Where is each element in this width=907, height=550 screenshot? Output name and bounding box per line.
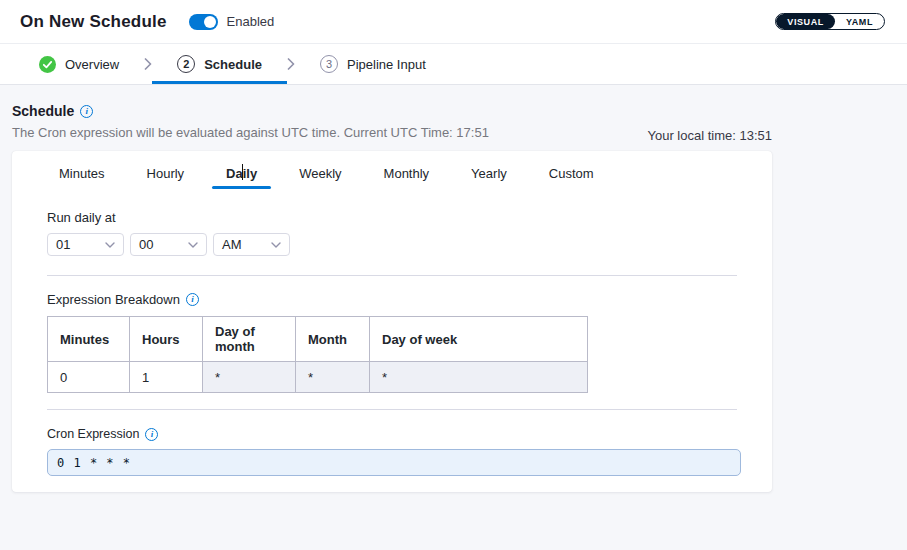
tab-daily[interactable]: Daily: [210, 166, 273, 189]
step-schedule-label: Schedule: [204, 57, 262, 72]
cell-hours-value: 1: [130, 362, 203, 393]
expression-breakdown-table: Minutes Hours Day of month Month Day of …: [47, 316, 588, 393]
column-header-day-of-month: Day of month: [203, 317, 296, 362]
time-select-row: 01 00 AM: [47, 233, 737, 256]
cron-expression-input[interactable]: [47, 449, 741, 476]
expression-breakdown-label: Expression Breakdown: [47, 292, 180, 307]
wizard-stepper: Overview 2 Schedule 3 Pipeline Input: [0, 44, 907, 85]
cell-minutes-value: 0: [48, 362, 130, 393]
local-time-text: Your local time: 13:51: [647, 128, 772, 143]
chevron-right-icon: [287, 58, 295, 70]
ampm-select-value: AM: [222, 237, 242, 252]
enabled-toggle-label: Enabled: [227, 14, 275, 29]
visual-yaml-toggle: VISUAL YAML: [775, 13, 885, 30]
step-schedule[interactable]: 2 Schedule: [152, 44, 287, 84]
column-header-hours: Hours: [130, 317, 203, 362]
info-icon[interactable]: i: [145, 428, 158, 441]
utc-time-subtitle: The Cron expression will be evaluated ag…: [12, 125, 907, 140]
minute-select-value: 00: [139, 237, 153, 252]
column-header-day-of-week: Day of week: [370, 317, 588, 362]
step-overview[interactable]: Overview: [14, 44, 144, 84]
visual-toggle-button[interactable]: VISUAL: [776, 14, 835, 29]
section-divider: [47, 409, 737, 410]
cell-day-of-month-value: *: [203, 362, 296, 393]
tab-hourly[interactable]: Hourly: [131, 166, 201, 189]
tab-minutes[interactable]: Minutes: [43, 166, 121, 189]
expression-breakdown-header: Expression Breakdown i: [47, 292, 737, 307]
step-number-badge: 2: [177, 55, 195, 73]
table-row: 0 1 * * *: [48, 362, 588, 393]
card-body: Run daily at 01 00 AM: [43, 210, 737, 476]
table-header-row: Minutes Hours Day of month Month Day of …: [48, 317, 588, 362]
toggle-knob: [204, 16, 216, 28]
schedule-trigger-page: On New Schedule Enabled VISUAL YAML Over…: [0, 0, 907, 550]
schedule-card: Minutes Hourly Daily Weekly Monthly Year…: [12, 151, 772, 492]
step-pipeline-input-label: Pipeline Input: [347, 57, 426, 72]
chevron-down-icon: [105, 242, 115, 248]
hour-select-value: 01: [56, 237, 70, 252]
chevron-right-icon: [144, 58, 152, 70]
tab-yearly[interactable]: Yearly: [455, 166, 523, 189]
cron-expression-header: Cron Expression i: [47, 427, 737, 441]
step-number-badge: 3: [320, 55, 338, 73]
cell-month-value: *: [296, 362, 370, 393]
tab-custom[interactable]: Custom: [533, 166, 610, 189]
text-cursor-artifact: [242, 164, 244, 180]
tab-weekly[interactable]: Weekly: [283, 166, 357, 189]
hour-select[interactable]: 01: [47, 233, 124, 256]
cron-expression-label: Cron Expression: [47, 427, 139, 441]
schedule-section-title: Schedule: [12, 103, 74, 119]
step-pipeline-input[interactable]: 3 Pipeline Input: [295, 44, 451, 84]
enabled-toggle[interactable]: [189, 14, 218, 30]
tab-monthly[interactable]: Monthly: [368, 166, 446, 189]
run-daily-at-label: Run daily at: [47, 210, 737, 225]
frequency-tabs: Minutes Hourly Daily Weekly Monthly Year…: [43, 166, 737, 189]
ampm-select[interactable]: AM: [213, 233, 290, 256]
column-header-month: Month: [296, 317, 370, 362]
step-overview-label: Overview: [65, 57, 119, 72]
top-header: On New Schedule Enabled VISUAL YAML: [0, 0, 907, 44]
page-title: On New Schedule: [20, 12, 167, 32]
enabled-toggle-group: Enabled: [189, 14, 275, 30]
section-divider: [47, 275, 737, 276]
cell-day-of-week-value: *: [370, 362, 588, 393]
yaml-toggle-button[interactable]: YAML: [835, 14, 884, 29]
schedule-section-header: Schedule i: [12, 103, 907, 119]
chevron-down-icon: [188, 242, 198, 248]
chevron-down-icon: [271, 242, 281, 248]
info-icon[interactable]: i: [186, 293, 199, 306]
check-circle-icon: [39, 56, 56, 73]
minute-select[interactable]: 00: [130, 233, 207, 256]
column-header-minutes: Minutes: [48, 317, 130, 362]
info-icon[interactable]: i: [80, 105, 93, 118]
